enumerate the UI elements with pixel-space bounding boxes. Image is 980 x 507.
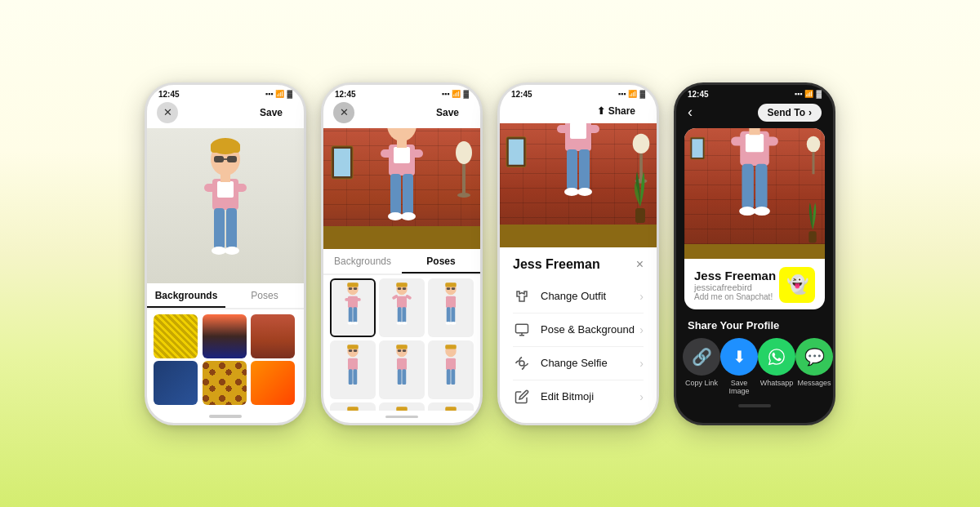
scroll-indicator-1: [209, 415, 242, 417]
scroll-indicator-2: [385, 416, 418, 418]
save-button-1[interactable]: Save: [248, 104, 294, 122]
svg-point-136: [739, 207, 755, 216]
selfie-svg-icon: [514, 356, 529, 371]
pose-figure-6: [439, 342, 463, 398]
svg-point-55: [397, 322, 403, 325]
bg-thumb-pier[interactable]: [203, 314, 247, 358]
menu-item-edit-bitmoji[interactable]: Edit Bitmoji ›: [513, 380, 644, 413]
close-button-1[interactable]: ✕: [157, 102, 178, 123]
bg-thumb-orange[interactable]: [251, 361, 295, 405]
pose-thumb-7[interactable]: [330, 402, 376, 411]
tab-backgrounds-1[interactable]: Backgrounds: [147, 283, 225, 308]
selfie-icon: [513, 354, 531, 372]
tab-poses-1[interactable]: Poses: [225, 283, 304, 308]
share-item-whatsapp[interactable]: Whatsapp: [758, 338, 795, 397]
bg-thumb-blue[interactable]: [154, 361, 198, 405]
svg-point-20: [387, 128, 416, 141]
pose-thumb-9[interactable]: [428, 402, 474, 411]
signal-icon-4: ▪▪▪: [795, 90, 803, 98]
lamp: [456, 136, 472, 202]
svg-point-13: [225, 247, 239, 255]
svg-rect-59: [447, 287, 451, 290]
share-item-save-image[interactable]: ⬇ Save Image: [720, 338, 758, 397]
svg-point-56: [402, 322, 408, 325]
whatsapp-icon: [758, 338, 795, 376]
pose-thumb-1[interactable]: [330, 278, 376, 337]
svg-rect-4: [227, 156, 237, 162]
svg-rect-9: [217, 181, 234, 198]
pose-thumb-3[interactable]: [428, 278, 474, 337]
svg-point-137: [754, 207, 770, 216]
svg-rect-40: [345, 298, 350, 301]
sheet-close-button[interactable]: ×: [636, 257, 644, 272]
instagram-label: Instagram Stories: [833, 379, 835, 397]
svg-rect-10: [214, 208, 225, 249]
svg-rect-135: [755, 163, 767, 209]
bg-thumb-brick[interactable]: [251, 314, 295, 358]
svg-rect-112: [585, 125, 599, 133]
menu-item-change-selfie[interactable]: Change Selfie ›: [513, 347, 644, 380]
bg-thumb-gold[interactable]: [154, 314, 198, 358]
svg-rect-39: [348, 296, 358, 307]
menu-item-pose-background[interactable]: Pose & Background ›: [513, 314, 644, 347]
snake-plant: [629, 167, 652, 225]
share-section-title: Share Your Profile: [676, 316, 833, 338]
share-button-3[interactable]: ⬆ Share: [586, 102, 647, 120]
pose-thumb-4[interactable]: [330, 340, 376, 399]
send-to-button[interactable]: Send To ›: [758, 104, 822, 122]
whatsapp-svg: [768, 348, 786, 366]
svg-point-17: [456, 141, 472, 164]
svg-rect-67: [347, 345, 359, 349]
time-2: 12:45: [335, 90, 356, 99]
svg-point-102: [633, 133, 650, 153]
share-item-instagram[interactable]: Instagram Stories: [833, 338, 835, 397]
svg-point-33: [401, 212, 416, 220]
svg-rect-68: [349, 349, 353, 352]
pose-thumb-5[interactable]: [379, 340, 425, 399]
tab-backgrounds-2[interactable]: Backgrounds: [323, 249, 402, 274]
save-button-2[interactable]: Save: [425, 104, 470, 122]
pose-thumb-6[interactable]: [428, 340, 474, 399]
save-image-label: Save Image: [720, 379, 758, 397]
menu-item-change-outfit[interactable]: Change Outfit ›: [513, 280, 644, 314]
wifi-icon-3: 📶: [628, 90, 637, 98]
svg-rect-70: [348, 358, 358, 369]
card-info-section: Jess Freeman jessicafreebird Add me on S…: [684, 259, 825, 309]
svg-rect-47: [396, 282, 408, 287]
tabs-row-2: Backgrounds Poses: [323, 249, 480, 275]
bitmoji-background-brick-2: [323, 128, 480, 249]
svg-rect-86: [347, 407, 359, 411]
close-button-2[interactable]: ✕: [333, 102, 354, 123]
pose-figure-9: [439, 404, 463, 411]
profile-card: Jess Freeman jessicafreebird Add me on S…: [684, 128, 825, 309]
pose-figure-2: [390, 280, 414, 336]
svg-rect-63: [451, 307, 455, 322]
share-item-copy-link[interactable]: 🔗 Copy Link: [683, 338, 720, 397]
svg-rect-77: [397, 358, 407, 369]
floor-strip-3: [500, 225, 657, 247]
profile-card-image: [684, 128, 825, 259]
bitmoji-background-plain: [147, 128, 304, 284]
svg-rect-38: [354, 287, 358, 290]
svg-rect-75: [398, 349, 402, 352]
card-tagline: Add me on Snapchat!: [694, 292, 776, 301]
battery-icon-3: ▓: [639, 90, 645, 98]
share-item-messages[interactable]: 💬 Messages: [795, 338, 833, 397]
edit-icon: [513, 388, 531, 406]
card-lamp: [806, 133, 821, 182]
bg-thumb-leopard[interactable]: [203, 361, 247, 405]
pose-thumb-2[interactable]: [379, 278, 425, 337]
svg-point-45: [353, 322, 359, 325]
back-button-4[interactable]: ‹: [688, 104, 693, 121]
tab-poses-2[interactable]: Poses: [402, 249, 480, 274]
svg-point-44: [348, 322, 354, 325]
svg-rect-58: [445, 282, 457, 287]
poses-grid: [323, 275, 480, 411]
outfit-label: Change Outfit: [541, 290, 639, 302]
sheet-header: Jess Freeman ×: [513, 257, 644, 272]
share-icons-row: 🔗 Copy Link ⬇ Save Image Whatsapp: [676, 338, 833, 397]
pose-thumb-8[interactable]: [379, 402, 425, 411]
battery-icon-2: ▓: [463, 90, 469, 98]
signal-icons-2: ▪▪▪ 📶 ▓: [442, 90, 469, 98]
bottom-sheet: Jess Freeman × Change Outfit ›: [500, 247, 657, 423]
